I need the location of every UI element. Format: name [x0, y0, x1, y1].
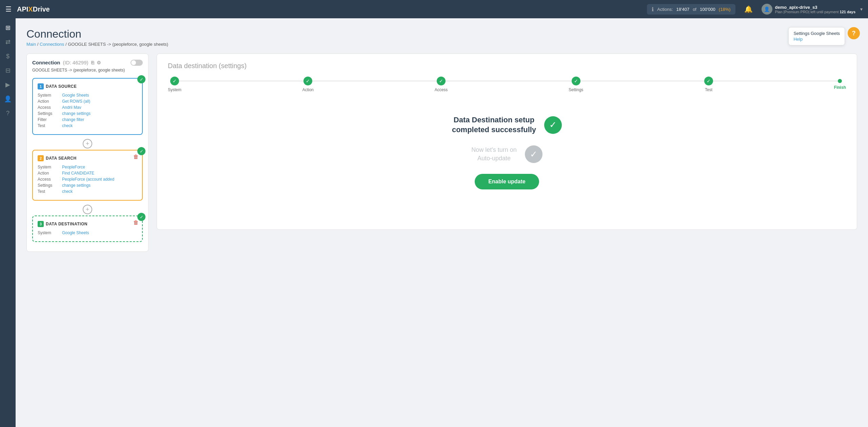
toggle-switch[interactable] — [131, 59, 143, 66]
destination-row-system: System Google Sheets — [38, 230, 137, 235]
help-widget: Settings Google Sheets Help ? — [788, 27, 860, 45]
breadcrumb-connections[interactable]: Connections — [40, 42, 64, 47]
actions-badge: ℹ Actions: 18'407 of 100'000 (18%) — [647, 4, 735, 15]
add-block-button[interactable]: + — [83, 139, 92, 148]
sidebar-item-help[interactable]: ? — [2, 107, 14, 119]
logo-drive: Drive — [33, 5, 50, 13]
step-action-check: ✓ — [303, 77, 312, 85]
logo: API X Drive — [17, 5, 50, 13]
source-label: DATA SOURCE — [46, 84, 77, 89]
help-bubble: Settings Google Sheets Help — [788, 27, 845, 45]
help-title: Settings Google Sheets — [793, 31, 840, 36]
search-delete-icon[interactable]: 🗑 — [133, 154, 139, 160]
step-system-check: ✓ — [170, 77, 179, 85]
source-row-test: Test check — [38, 123, 137, 128]
bell-icon[interactable]: 🔔 — [744, 5, 753, 13]
enable-update-button[interactable]: Enable update — [475, 174, 539, 189]
step-finish: Finish — [834, 79, 846, 90]
sidebar-item-tasks[interactable]: ⊟ — [2, 64, 14, 77]
destination-label: DATA DESTINATION — [46, 222, 87, 226]
source-row-system: System Google Sheets — [38, 93, 137, 98]
avatar: 👤 — [762, 4, 772, 15]
autoupdate-check-gray-icon: ✓ — [525, 145, 542, 163]
connection-card: Connection (ID: 46299) ⎘ ⚙ GOOGLE SHEETS… — [26, 54, 149, 252]
actions-of: of — [693, 7, 696, 12]
sidebar-item-home[interactable]: ⊞ — [2, 22, 14, 34]
source-check-icon: ✓ — [137, 75, 145, 83]
help-circle-icon[interactable]: ? — [848, 27, 860, 39]
logo-api: API — [17, 5, 28, 13]
logo-x: X — [28, 5, 33, 13]
chevron-down-icon[interactable]: ▾ — [860, 6, 863, 12]
destination-num: 3 — [38, 221, 44, 227]
sidebar: ⊞ ⇄ $ ⊟ ▶ 👤 ? — [0, 18, 16, 427]
source-row-settings: Settings change settings — [38, 111, 137, 116]
success-text: Data Destination setupcompleted successf… — [452, 115, 536, 135]
success-area: Data Destination setupcompleted successf… — [168, 108, 846, 189]
add-block-button-2[interactable]: + — [83, 205, 92, 214]
step-access-check: ✓ — [437, 77, 446, 85]
step-system-label: System — [168, 87, 181, 92]
search-label: DATA SEARCH — [46, 156, 77, 161]
step-settings-label: Settings — [569, 87, 583, 92]
steps-nav: ✓ System ✓ Action ✓ Access ✓ Settings — [168, 77, 846, 92]
data-source-block: ✓ 1 DATA SOURCE System Google Sheets Act… — [32, 78, 143, 135]
cards-layout: Connection (ID: 46299) ⎘ ⚙ GOOGLE SHEETS… — [26, 54, 857, 257]
info-icon: ℹ — [652, 6, 654, 13]
data-search-block: ✓ 🗑 2 DATA SEARCH System PeopleForce Act… — [32, 150, 143, 201]
right-panel-title: Data destination (settings) — [168, 62, 846, 70]
success-row-2: Now let's turn onAuto-update ✓ — [471, 145, 542, 163]
actions-pct: (18%) — [719, 7, 731, 12]
actions-total: 100'000 — [700, 7, 715, 12]
autoupdate-text: Now let's turn onAuto-update — [471, 146, 517, 163]
search-row-test: Test check — [38, 189, 137, 194]
actions-label: Actions: — [657, 7, 673, 12]
connection-name: GOOGLE SHEETS -> (peopleforce, google sh… — [32, 68, 143, 73]
step-action-label: Action — [302, 87, 314, 92]
search-row-system: System PeopleForce — [38, 165, 137, 169]
source-row-access: Access Andrii Mav — [38, 105, 137, 110]
step-access-label: Access — [435, 87, 448, 92]
step-settings: ✓ Settings — [569, 77, 583, 92]
sidebar-item-connections[interactable]: ⇄ — [2, 36, 14, 48]
step-finish-dot — [838, 79, 842, 83]
source-row-action: Action Get ROWS (all) — [38, 99, 137, 104]
actions-count: 18'407 — [676, 7, 690, 12]
page-title: Connection — [26, 28, 857, 40]
source-row-filter: Filter change filter — [38, 117, 137, 122]
content-area: Settings Google Sheets Help ? Connection… — [16, 18, 868, 427]
topnav: ☰ API X Drive ℹ Actions: 18'407 of 100'0… — [0, 0, 868, 18]
search-row-action: Action Find CANDIDATE — [38, 171, 137, 176]
hamburger-icon[interactable]: ☰ — [5, 5, 12, 13]
plan-info: Plan |Premium PRO| left until payment 12… — [775, 10, 855, 14]
step-action: ✓ Action — [302, 77, 314, 92]
step-test: ✓ Test — [704, 77, 713, 92]
left-panel: Connection (ID: 46299) ⎘ ⚙ GOOGLE SHEETS… — [26, 54, 149, 257]
breadcrumb-current: GOOGLE SHEETS -> (peopleforce, google sh… — [68, 42, 168, 47]
step-finish-label: Finish — [834, 85, 846, 90]
destination-delete-icon[interactable]: 🗑 — [133, 220, 139, 226]
step-test-label: Test — [705, 87, 712, 92]
sidebar-item-profile[interactable]: 👤 — [2, 93, 14, 105]
success-row-1: Data Destination setupcompleted successf… — [452, 115, 562, 135]
search-num: 2 — [38, 155, 44, 161]
user-menu[interactable]: 👤 demo_apix-drive_s3 Plan |Premium PRO| … — [762, 4, 863, 15]
step-test-check: ✓ — [704, 77, 713, 85]
search-row-access: Access PeopleForce (account added — [38, 177, 137, 182]
search-row-settings: Settings change settings — [38, 183, 137, 188]
help-link[interactable]: Help — [793, 37, 840, 42]
step-system: ✓ System — [168, 77, 181, 92]
sidebar-item-video[interactable]: ▶ — [2, 79, 14, 91]
data-destination-block: ✓ 🗑 3 DATA DESTINATION System Google She… — [32, 216, 143, 242]
sidebar-item-billing[interactable]: $ — [2, 50, 14, 62]
source-num: 1 — [38, 83, 44, 89]
copy-icon[interactable]: ⎘ — [91, 60, 94, 65]
step-access: ✓ Access — [435, 77, 448, 92]
right-panel: Data destination (settings) ✓ System ✓ A… — [157, 54, 857, 230]
breadcrumb-main[interactable]: Main — [26, 42, 36, 47]
connection-card-title: Connection (ID: 46299) ⎘ ⚙ — [32, 59, 143, 66]
breadcrumb: Main / Connections / GOOGLE SHEETS -> (p… — [26, 42, 857, 47]
settings-icon[interactable]: ⚙ — [97, 60, 101, 65]
main-layout: ⊞ ⇄ $ ⊟ ▶ 👤 ? Settings Google Sheets Hel… — [0, 18, 868, 427]
step-settings-check: ✓ — [572, 77, 580, 85]
